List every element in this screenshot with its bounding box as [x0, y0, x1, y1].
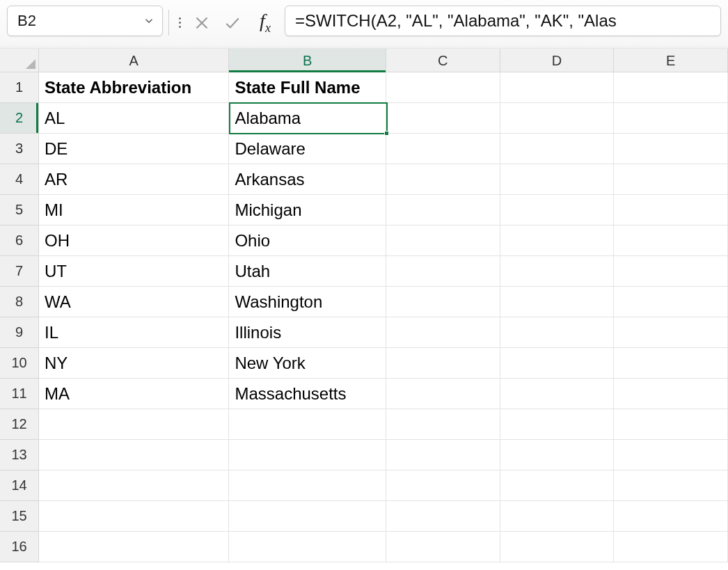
cell-A4[interactable]: AR	[39, 164, 229, 195]
cell-D11[interactable]	[500, 379, 615, 409]
cell-B7[interactable]: Utah	[229, 256, 386, 287]
cell-B2[interactable]: Alabama	[229, 103, 386, 134]
cell-A9[interactable]: IL	[39, 317, 229, 348]
cell-B10[interactable]: New York	[229, 348, 386, 379]
cell-C10[interactable]	[386, 348, 500, 379]
cell-A11[interactable]: MA	[39, 379, 229, 409]
cell-C4[interactable]	[386, 164, 500, 195]
cell-E6[interactable]	[614, 225, 728, 256]
cell-C16[interactable]	[386, 532, 500, 562]
row-header-5[interactable]: 5	[0, 195, 38, 225]
row-header-11[interactable]: 11	[0, 379, 38, 409]
chevron-down-icon[interactable]	[143, 15, 155, 27]
cell-E14[interactable]	[614, 470, 728, 501]
cell-D5[interactable]	[500, 195, 615, 225]
cell-A7[interactable]: UT	[39, 256, 229, 287]
cell-D15[interactable]	[500, 501, 615, 532]
cell-A3[interactable]: DE	[39, 134, 229, 164]
row-header-4[interactable]: 4	[0, 164, 38, 195]
insert-function-button[interactable]: fx	[250, 6, 280, 40]
row-header-12[interactable]: 12	[0, 409, 38, 440]
cell-E9[interactable]	[614, 317, 728, 348]
row-header-7[interactable]: 7	[0, 256, 38, 287]
cell-D2[interactable]	[500, 103, 615, 134]
cell-D1[interactable]	[500, 72, 615, 103]
cells-area[interactable]: State AbbreviationState Full NameALAlaba…	[39, 72, 728, 562]
cell-C6[interactable]	[386, 225, 500, 256]
cell-C1[interactable]	[386, 72, 500, 103]
cell-D8[interactable]	[500, 287, 615, 317]
cell-C8[interactable]	[386, 287, 500, 317]
cell-E16[interactable]	[614, 532, 728, 562]
cell-A2[interactable]: AL	[39, 103, 229, 134]
cell-E2[interactable]	[614, 103, 728, 134]
cell-A13[interactable]	[39, 440, 229, 470]
cell-C11[interactable]	[386, 379, 500, 409]
cell-B16[interactable]	[229, 532, 386, 562]
cell-B13[interactable]	[229, 440, 386, 470]
cell-A5[interactable]: MI	[39, 195, 229, 225]
row-header-9[interactable]: 9	[0, 317, 38, 348]
cell-E11[interactable]	[614, 379, 728, 409]
name-box-input[interactable]	[17, 12, 129, 30]
row-header-3[interactable]: 3	[0, 134, 38, 164]
drag-dots-icon[interactable]	[175, 6, 184, 40]
cell-C14[interactable]	[386, 470, 500, 501]
row-header-6[interactable]: 6	[0, 225, 38, 256]
cell-A16[interactable]	[39, 532, 229, 562]
cell-E12[interactable]	[614, 409, 728, 440]
cell-D12[interactable]	[500, 409, 615, 440]
column-header-B[interactable]: B	[229, 49, 386, 72]
row-header-10[interactable]: 10	[0, 348, 38, 379]
cell-C12[interactable]	[386, 409, 500, 440]
cell-E1[interactable]	[614, 72, 728, 103]
cell-D3[interactable]	[500, 134, 615, 164]
cell-B15[interactable]	[229, 501, 386, 532]
column-header-C[interactable]: C	[386, 49, 500, 72]
select-all-corner[interactable]	[0, 49, 39, 72]
name-box[interactable]	[7, 6, 163, 36]
cell-E7[interactable]	[614, 256, 728, 287]
column-header-A[interactable]: A	[39, 49, 229, 72]
cell-E15[interactable]	[614, 501, 728, 532]
cell-A1[interactable]: State Abbreviation	[39, 72, 229, 103]
cell-A14[interactable]	[39, 470, 229, 501]
cell-A15[interactable]	[39, 501, 229, 532]
cell-B14[interactable]	[229, 470, 386, 501]
cell-A12[interactable]	[39, 409, 229, 440]
cell-E8[interactable]	[614, 287, 728, 317]
cell-B4[interactable]: Arkansas	[229, 164, 386, 195]
cell-E5[interactable]	[614, 195, 728, 225]
formula-input[interactable]	[295, 11, 711, 31]
cell-D9[interactable]	[500, 317, 615, 348]
cell-B11[interactable]: Massachusetts	[229, 379, 386, 409]
cell-C2[interactable]	[386, 103, 500, 134]
formula-input-container[interactable]	[285, 6, 721, 36]
cell-C9[interactable]	[386, 317, 500, 348]
cell-A6[interactable]: OH	[39, 225, 229, 256]
cell-C15[interactable]	[386, 501, 500, 532]
cell-D4[interactable]	[500, 164, 615, 195]
row-header-2[interactable]: 2	[0, 103, 38, 134]
column-header-E[interactable]: E	[614, 49, 728, 72]
cell-E4[interactable]	[614, 164, 728, 195]
row-header-1[interactable]: 1	[0, 72, 38, 103]
cell-C5[interactable]	[386, 195, 500, 225]
cell-D16[interactable]	[500, 532, 615, 562]
cell-B12[interactable]	[229, 409, 386, 440]
cell-E3[interactable]	[614, 134, 728, 164]
cell-B6[interactable]: Ohio	[229, 225, 386, 256]
row-header-13[interactable]: 13	[0, 440, 38, 470]
cell-B1[interactable]: State Full Name	[229, 72, 386, 103]
row-header-15[interactable]: 15	[0, 501, 38, 532]
cell-D14[interactable]	[500, 470, 615, 501]
cell-D6[interactable]	[500, 225, 615, 256]
cell-E10[interactable]	[614, 348, 728, 379]
cell-D13[interactable]	[500, 440, 615, 470]
cell-C13[interactable]	[386, 440, 500, 470]
cell-C3[interactable]	[386, 134, 500, 164]
row-header-16[interactable]: 16	[0, 532, 38, 562]
cell-B5[interactable]: Michigan	[229, 195, 386, 225]
cell-B3[interactable]: Delaware	[229, 134, 386, 164]
spreadsheet-grid[interactable]: A B C D E 12345678910111213141516 State …	[0, 49, 728, 570]
